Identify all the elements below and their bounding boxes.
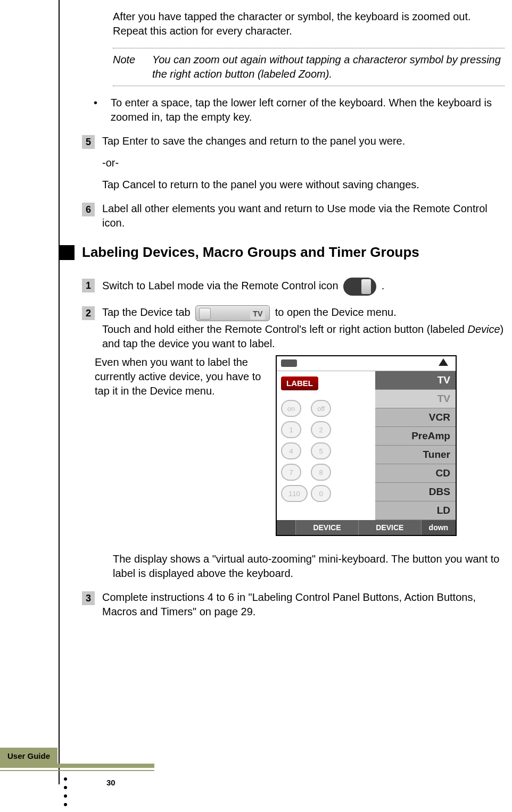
screenshot-bottombar: DEVICE DEVICE down (277, 520, 456, 535)
step-5: 5 Tap Enter to save the changes and retu… (82, 134, 505, 192)
keypad: on off 1 2 4 5 7 8 110 0 (281, 400, 371, 502)
bottom-cell: DEVICE (296, 520, 359, 535)
note-text: You can zoom out again without tapping a… (152, 53, 505, 81)
step-number: 1 (82, 279, 95, 292)
step-6: 6 Label all other elements you want and … (82, 202, 505, 230)
step-number: 6 (82, 203, 95, 216)
step-1-pre: Switch to Label mode via the Remote Cont… (102, 280, 341, 291)
after-screenshot-para: The display shows a "virtual auto-zoomin… (113, 552, 505, 581)
bullet-text: To enter a space, tap the lower left cor… (111, 96, 505, 124)
footer-tab: User Guide (0, 748, 57, 765)
label-badge: LABEL (281, 376, 318, 390)
key: 7 (281, 464, 301, 481)
key: 110 (281, 485, 308, 502)
key: 2 (311, 421, 331, 438)
key: 4 (281, 442, 301, 459)
step-number: 2 (82, 306, 95, 320)
remote-control-icon (343, 278, 376, 296)
screenshot-row: Even when you want to label the currentl… (95, 355, 505, 536)
screenshot-left: LABEL on off 1 2 4 5 7 8 110 0 (277, 371, 375, 520)
footer-dots (64, 777, 67, 806)
key: 1 (281, 421, 301, 438)
device-menu-screenshot: LABEL on off 1 2 4 5 7 8 110 0 (276, 355, 457, 536)
key: on (281, 400, 301, 417)
step-2-line2a: Touch and hold either the Remote Control… (102, 323, 467, 335)
device-item: CD (375, 464, 456, 483)
device-item: TV (375, 371, 456, 390)
step-3: 3 Complete instructions 4 to 6 in "Label… (82, 590, 505, 619)
note-box: Note You can zoom out again without tapp… (113, 48, 505, 86)
intro-paragraph: After you have tapped the character or s… (113, 10, 505, 38)
footer-rule-thin (0, 770, 154, 771)
device-item: DBS (375, 483, 456, 501)
step-5-or: -or- (102, 156, 505, 170)
step-2-line2b: Device (467, 323, 500, 335)
device-item: VCR (375, 408, 456, 427)
heading-text: Labeling Devices, Macro Groups and Timer… (82, 243, 419, 262)
step-5-a: Tap Enter to save the changes and return… (102, 134, 505, 148)
bullet-item: • To enter a space, tap the lower left c… (94, 96, 505, 124)
step-6-text: Label all other elements you want and re… (102, 202, 505, 230)
step-5-b: Tap Cancel to return to the panel you we… (102, 178, 505, 192)
step-1-post: . (382, 280, 385, 291)
key: off (311, 400, 331, 417)
step-number: 5 (82, 135, 95, 149)
step-number: 3 (82, 591, 95, 605)
device-item: LD (375, 501, 456, 520)
page-number: 30 (106, 777, 115, 788)
device-item: TV (375, 390, 456, 408)
step-2-post: to open the Device menu. (275, 306, 397, 318)
note-label: Note (113, 53, 141, 81)
device-list: TV TV VCR PreAmp Tuner CD DBS LD (375, 371, 456, 520)
step-2-side-text: Even when you want to label the currentl… (95, 355, 265, 398)
heading-marker (60, 245, 75, 260)
step-3-text: Complete instructions 4 to 6 in "Labelin… (102, 590, 505, 619)
bottom-cell: down (422, 520, 456, 535)
key: 5 (311, 442, 331, 459)
key: 0 (311, 485, 331, 502)
bottom-cell (277, 520, 296, 535)
device-item: PreAmp (375, 427, 456, 446)
vertical-rule (59, 0, 60, 784)
section-heading: Labeling Devices, Macro Groups and Timer… (60, 243, 505, 262)
content-area: After you have tapped the character or s… (63, 0, 505, 629)
step-2: 2 Tap the Device tab to open the Device … (82, 305, 505, 351)
footer-rule-thick (0, 764, 154, 768)
step-2-pre: Tap the Device tab (102, 306, 193, 318)
device-item: Tuner (375, 446, 456, 464)
key: 8 (311, 464, 331, 481)
device-tab-icon (195, 305, 270, 321)
step-1: 1 Switch to Label mode via the Remote Co… (82, 278, 505, 296)
bullet-dot: • (94, 96, 101, 124)
screenshot-topbar (277, 356, 456, 371)
bottom-cell: DEVICE (359, 520, 422, 535)
